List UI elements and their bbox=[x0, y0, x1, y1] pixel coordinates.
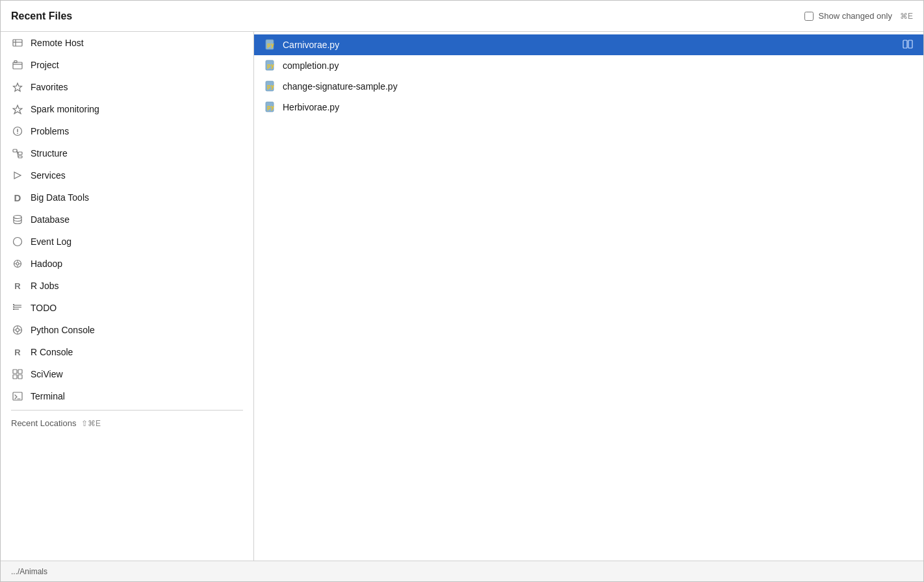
svg-rect-29 bbox=[13, 309, 14, 310]
sidebar-item-todo[interactable]: TODO bbox=[1, 297, 253, 319]
svg-text:py: py bbox=[267, 62, 274, 69]
bigdata-icon: D bbox=[11, 191, 24, 204]
sidebar-label-r-jobs: R Jobs bbox=[31, 281, 59, 291]
sidebar-label-problems: Problems bbox=[31, 126, 69, 136]
svg-point-17 bbox=[14, 238, 22, 246]
svg-point-19 bbox=[16, 262, 19, 265]
main-content: Remote Host Project bbox=[1, 32, 923, 561]
sidebar: Remote Host Project bbox=[1, 32, 254, 561]
svg-text:py: py bbox=[267, 104, 274, 110]
rconsole-icon: R bbox=[11, 346, 24, 359]
show-changed-only-label[interactable]: Show changed only ⌘E bbox=[804, 11, 914, 21]
sidebar-item-structure[interactable]: Structure bbox=[1, 142, 253, 164]
svg-point-16 bbox=[14, 216, 21, 219]
sidebar-label-todo: TODO bbox=[31, 303, 57, 313]
svg-rect-45 bbox=[908, 40, 912, 48]
svg-text:py: py bbox=[267, 42, 274, 48]
sidebar-label-r-console: R Console bbox=[31, 347, 73, 357]
svg-rect-27 bbox=[13, 304, 14, 305]
show-changed-shortcut: ⌘E bbox=[900, 12, 913, 21]
sidebar-label-event-log: Event Log bbox=[31, 236, 71, 247]
sidebar-item-database[interactable]: Database bbox=[1, 209, 253, 231]
show-changed-only-checkbox[interactable] bbox=[804, 12, 814, 21]
structure-icon bbox=[11, 147, 24, 160]
window-title: Recent Files bbox=[11, 10, 72, 22]
sidebar-label-terminal: Terminal bbox=[31, 391, 65, 401]
sidebar-label-remote-host: Remote Host bbox=[31, 38, 84, 48]
recent-locations-label: Recent Locations bbox=[11, 418, 76, 428]
database-icon bbox=[11, 213, 24, 226]
sidebar-item-r-jobs[interactable]: R R Jobs bbox=[1, 275, 253, 297]
sidebar-label-spark-monitoring: Spark monitoring bbox=[31, 104, 99, 114]
file-item-carnivorae[interactable]: py Carnivorae.py bbox=[254, 34, 923, 55]
sidebar-item-r-console[interactable]: R R Console bbox=[1, 341, 253, 363]
sidebar-label-big-data-tools: Big Data Tools bbox=[31, 192, 89, 203]
sidebar-item-sciview[interactable]: SciView bbox=[1, 363, 253, 385]
svg-point-9 bbox=[17, 133, 18, 134]
sidebar-item-python-console[interactable]: Python Console bbox=[1, 319, 253, 341]
svg-rect-12 bbox=[18, 156, 22, 158]
sidebar-label-favorites: Favorites bbox=[31, 82, 68, 92]
svg-rect-39 bbox=[18, 375, 22, 379]
svg-rect-37 bbox=[18, 370, 22, 373]
svg-point-31 bbox=[16, 329, 19, 332]
svg-rect-10 bbox=[13, 149, 17, 152]
sidebar-item-event-log[interactable]: Event Log bbox=[1, 231, 253, 253]
sidebar-item-hadoop[interactable]: Hadoop bbox=[1, 253, 253, 275]
sidebar-item-terminal[interactable]: Terminal bbox=[1, 385, 253, 407]
sidebar-label-python-console: Python Console bbox=[31, 325, 95, 335]
services-icon bbox=[11, 169, 24, 182]
sidebar-label-hadoop: Hadoop bbox=[31, 259, 62, 269]
sciview-icon bbox=[11, 368, 24, 381]
recent-locations-shortcut: ⇧⌘E bbox=[81, 419, 101, 428]
sidebar-item-problems[interactable]: Problems bbox=[1, 120, 253, 142]
python-file-icon-herbivorae: py bbox=[264, 101, 277, 114]
sidebar-item-remote-host[interactable]: Remote Host bbox=[1, 32, 253, 54]
spark-icon bbox=[11, 103, 24, 116]
svg-rect-28 bbox=[13, 307, 14, 308]
sidebar-label-services: Services bbox=[31, 170, 66, 181]
status-bar: .../Animals bbox=[1, 561, 923, 581]
python-file-icon-carnivorae: py bbox=[264, 38, 277, 51]
problems-icon bbox=[11, 125, 24, 138]
python-file-icon-completion: py bbox=[264, 59, 277, 72]
file-name-change-signature: change-signature-sample.py bbox=[283, 81, 398, 92]
file-list: py Carnivorae.py py bbox=[254, 32, 923, 561]
svg-rect-0 bbox=[13, 40, 22, 46]
sidebar-label-database: Database bbox=[31, 214, 70, 225]
svg-rect-36 bbox=[13, 370, 17, 373]
rjobs-icon: R bbox=[11, 279, 24, 292]
sidebar-item-favorites[interactable]: Favorites bbox=[1, 76, 253, 98]
sidebar-divider bbox=[11, 410, 243, 411]
svg-marker-5 bbox=[14, 83, 22, 92]
sidebar-item-project[interactable]: Project bbox=[1, 54, 253, 76]
file-item-completion[interactable]: py completion.py bbox=[254, 55, 923, 76]
svg-rect-38 bbox=[13, 375, 17, 379]
sidebar-item-services[interactable]: Services bbox=[1, 164, 253, 186]
recent-files-window: Recent Files Show changed only ⌘E Remote… bbox=[0, 0, 924, 582]
sidebar-item-big-data-tools[interactable]: D Big Data Tools bbox=[1, 186, 253, 209]
file-name-completion: completion.py bbox=[283, 60, 339, 71]
python-console-icon bbox=[11, 323, 24, 336]
sidebar-label-structure: Structure bbox=[31, 148, 68, 158]
show-changed-only-text: Show changed only bbox=[819, 11, 892, 21]
file-item-herbivorae[interactable]: py Herbivorae.py bbox=[254, 97, 923, 118]
sidebar-label-sciview: SciView bbox=[31, 369, 63, 379]
sidebar-recent-locations[interactable]: Recent Locations ⇧⌘E bbox=[1, 413, 253, 433]
favorites-icon bbox=[11, 81, 24, 94]
hadoop-icon bbox=[11, 257, 24, 270]
todo-icon bbox=[11, 301, 24, 314]
project-icon bbox=[11, 58, 24, 71]
file-name-carnivorae: Carnivorae.py bbox=[283, 40, 339, 50]
svg-rect-44 bbox=[903, 40, 907, 48]
sidebar-item-spark-monitoring[interactable]: Spark monitoring bbox=[1, 98, 253, 120]
file-item-change-signature[interactable]: py change-signature-sample.py bbox=[254, 76, 923, 97]
svg-rect-4 bbox=[14, 61, 17, 63]
svg-marker-15 bbox=[14, 172, 21, 179]
eventlog-icon bbox=[11, 235, 24, 248]
svg-marker-6 bbox=[13, 105, 22, 114]
terminal-icon bbox=[11, 390, 24, 403]
svg-text:py: py bbox=[267, 83, 274, 90]
split-view-icon[interactable] bbox=[903, 39, 913, 51]
svg-rect-11 bbox=[18, 152, 22, 155]
